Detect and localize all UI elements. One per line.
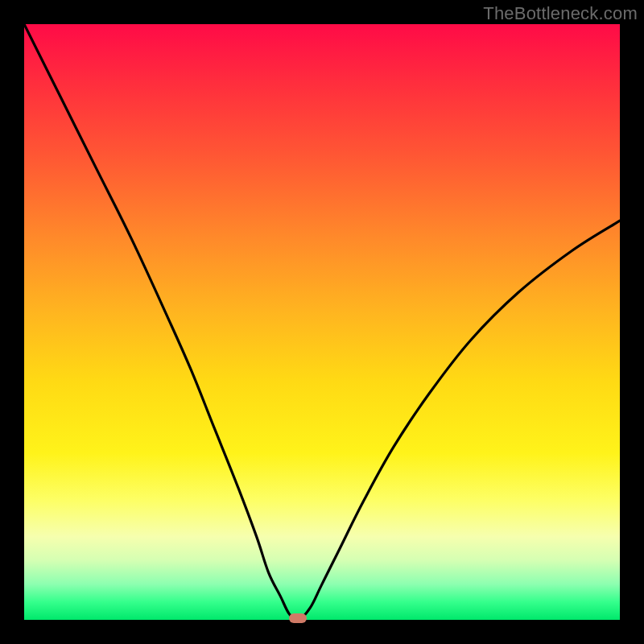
watermark-text: TheBottleneck.com [483, 3, 638, 24]
plot-area [24, 24, 620, 620]
minimum-marker [289, 613, 307, 623]
bottleneck-curve-path [24, 24, 620, 620]
chart-frame: TheBottleneck.com [0, 0, 644, 644]
curve-layer [24, 24, 620, 620]
